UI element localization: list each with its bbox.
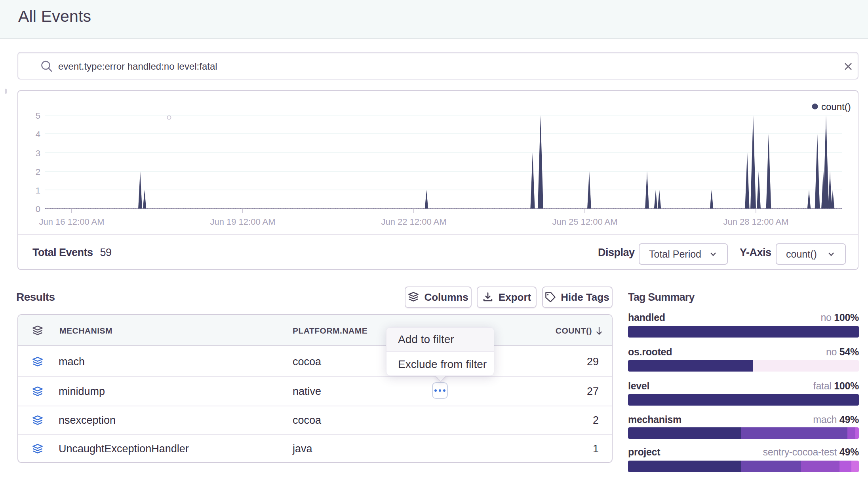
svg-text:Jun 28 12:00 AM: Jun 28 12:00 AM [723,217,788,227]
svg-text:4: 4 [36,129,40,139]
svg-text:3: 3 [36,148,40,158]
svg-text:2: 2 [36,167,40,177]
svg-text:5: 5 [36,111,40,121]
svg-text:Jun 16 12:00 AM: Jun 16 12:00 AM [39,217,104,227]
svg-text:1: 1 [36,186,40,195]
svg-text:0: 0 [36,204,40,214]
svg-text:Jun 22 12:00 AM: Jun 22 12:00 AM [381,217,446,227]
svg-text:Jun 25 12:00 AM: Jun 25 12:00 AM [552,217,617,227]
svg-text:Jun 19 12:00 AM: Jun 19 12:00 AM [210,217,275,227]
svg-text:count(): count() [821,101,851,112]
